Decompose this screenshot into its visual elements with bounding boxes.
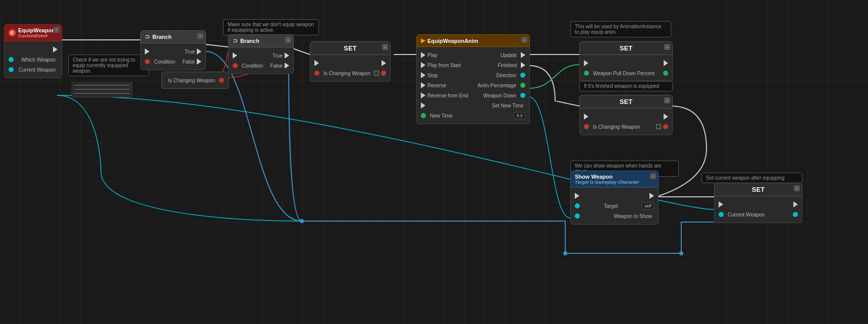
set2-weapon-out[interactable]	[663, 71, 668, 76]
set1-exec-out[interactable]	[382, 60, 386, 66]
current-weapon-label: Current Weapon	[19, 67, 56, 73]
anim-weapondown-label: Weapon Down	[483, 93, 516, 98]
set1-checkbox[interactable]	[374, 71, 379, 76]
branch2-true-pin[interactable]	[285, 52, 289, 59]
branch1-body: True Condition False	[140, 43, 206, 70]
connector-line	[74, 89, 130, 90]
anim-setnewtime-label: Set New Time	[492, 103, 523, 109]
set4-current-in[interactable]	[719, 212, 724, 217]
set1-header: SET ×	[310, 41, 391, 55]
set3-exec-out[interactable]	[664, 114, 668, 120]
branch2-cond-label: Condition	[242, 63, 263, 69]
close-icon[interactable]: ×	[650, 173, 656, 179]
connector-line	[74, 93, 130, 94]
exec-out-pin[interactable]	[53, 46, 58, 52]
set4-current-out[interactable]	[793, 212, 798, 217]
show-weapon-target-pin[interactable]	[575, 203, 580, 208]
set1-changing-out[interactable]	[381, 71, 386, 76]
branch1-cond-pin[interactable]	[145, 59, 150, 64]
anim-direction-label: Direction	[497, 73, 516, 78]
close-icon[interactable]: ×	[382, 44, 388, 50]
show-weapon-exec-in[interactable]	[575, 193, 579, 199]
anim-setnewtime-in[interactable]	[421, 102, 425, 109]
anim-direction-pin[interactable]	[520, 73, 525, 78]
set2-weapon-in[interactable]	[584, 71, 589, 76]
branch1-false-label: False	[183, 59, 195, 65]
equip-weapon-title: EquipWeapon	[18, 27, 55, 33]
set4-exec-out[interactable]	[793, 201, 798, 207]
show-weapon-subtitle: Target is Gameplay Character	[575, 180, 639, 185]
anim-reversefromend-in[interactable]	[421, 92, 425, 98]
set1-changing-label: Is Changing Weapon	[323, 71, 370, 76]
set3-changing-out[interactable]	[663, 124, 668, 129]
comment-set-current: Set current weapon after equipping	[701, 173, 802, 183]
set4-exec-in[interactable]	[719, 201, 723, 207]
set1-changing-row: Is Changing Weapon	[310, 68, 390, 78]
branch2-cond-pin[interactable]	[233, 63, 238, 68]
branch1-true-pin[interactable]	[197, 48, 201, 55]
set2-exec-out[interactable]	[664, 60, 668, 66]
anim-update-pin[interactable]	[521, 52, 525, 58]
anim-newtime-label: New Time	[430, 113, 452, 119]
connector-line	[74, 85, 130, 86]
show-weapon-target-value[interactable]: self	[642, 202, 654, 209]
set2-exec-in[interactable]	[584, 60, 588, 66]
anim-reverse-in[interactable]	[421, 82, 425, 88]
anim-weapondown-pin[interactable]	[520, 93, 525, 98]
set3-title: SET	[620, 98, 632, 105]
set4-current-label: Current Weapon	[728, 212, 765, 218]
is-changing-out-pin[interactable]	[219, 78, 224, 83]
show-weapon-show-row: Weapon to Show	[571, 211, 658, 221]
anim-reverse-row: Reverse Anim Percentage	[417, 80, 529, 90]
which-weapon-pin[interactable]	[9, 57, 14, 62]
connector-node	[72, 82, 132, 97]
anim-stop-row: Stop Direction	[417, 70, 529, 80]
anim-newtime-pin[interactable]	[421, 113, 426, 118]
anim-finished-pin[interactable]	[521, 62, 525, 68]
anim-animperc-pin[interactable]	[520, 83, 525, 88]
connector-body	[72, 82, 132, 97]
close-icon[interactable]: ×	[285, 37, 291, 43]
branch1-exec-in[interactable]	[145, 48, 149, 55]
set3-exec-in[interactable]	[584, 114, 588, 120]
close-icon[interactable]: ×	[521, 37, 527, 43]
set1-exec-in[interactable]	[314, 60, 319, 66]
event-icon: E	[9, 29, 16, 36]
branch2-exec-row: True	[229, 50, 293, 61]
comment-check-equip-text: Check if we are not trying to equip curr…	[73, 57, 135, 74]
set3-checkbox[interactable]	[656, 124, 661, 129]
set3-changing-in[interactable]	[584, 124, 589, 129]
branch1-exec-row: True	[141, 46, 205, 57]
exec-out-row	[5, 44, 62, 55]
comment-finished-text: If it's finished weapon is equipped	[584, 83, 659, 89]
anim-playfromstart-in[interactable]	[421, 62, 425, 68]
anim-setnewtime-row: Set New Time	[417, 100, 529, 111]
close-icon[interactable]: ×	[197, 33, 203, 39]
close-icon[interactable]: ×	[53, 27, 60, 33]
show-weapon-body: Target self Weapon to Show	[570, 188, 659, 225]
set4-exec-row	[715, 199, 802, 209]
set1-changing-in[interactable]	[314, 71, 319, 76]
current-weapon-pin[interactable]	[9, 67, 14, 72]
svg-point-0	[300, 219, 304, 223]
anim-play-exec-in[interactable]	[421, 52, 425, 58]
anim-play-label: Play	[427, 52, 437, 58]
anim-stop-in[interactable]	[421, 72, 425, 78]
anim-finished-label: Finished	[498, 63, 517, 68]
comment-make-sure-text: Make sure that we don't equip weapon if …	[228, 22, 314, 33]
branch1-header: ⊃ Branch ×	[140, 30, 206, 43]
which-weapon-label: Which Weapon	[21, 57, 56, 63]
comment-animation-instance: This will be used by AnimationInstance t…	[570, 21, 671, 37]
anim-stop-label: Stop	[427, 73, 438, 78]
show-weapon-exec-out[interactable]	[649, 193, 654, 199]
show-weapon-show-pin[interactable]	[575, 213, 580, 219]
branch1-false-pin[interactable]	[197, 59, 201, 65]
equip-anim-node: ▶ EquipWeaponAnim × Play Update Play fro…	[416, 34, 530, 124]
branch2-exec-in[interactable]	[233, 52, 237, 59]
branch2-false-pin[interactable]	[285, 63, 289, 69]
close-icon[interactable]: ×	[664, 97, 670, 103]
branch1-title: Branch	[152, 34, 172, 40]
anim-newtime-value[interactable]: 0.0	[514, 112, 525, 119]
close-icon[interactable]: ×	[794, 185, 800, 191]
close-icon[interactable]: ×	[664, 44, 670, 50]
